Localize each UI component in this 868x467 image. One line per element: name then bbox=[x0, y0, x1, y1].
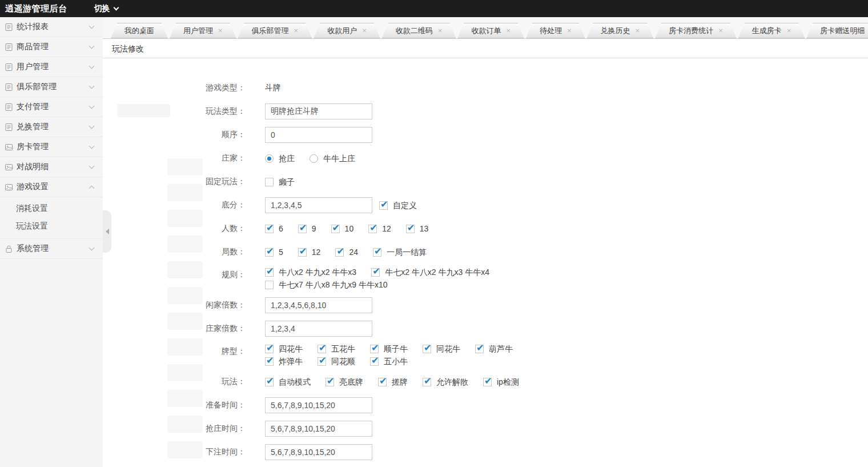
checkbox-box[interactable] bbox=[331, 225, 340, 233]
checkbox-box[interactable] bbox=[370, 357, 379, 366]
banker-multiplier-input[interactable] bbox=[265, 321, 372, 337]
tab-close-icon[interactable]: × bbox=[567, 27, 572, 34]
checkbox-option[interactable]: 自定义 bbox=[379, 201, 417, 210]
checkbox-box[interactable] bbox=[265, 225, 274, 233]
checkbox-option[interactable]: 5 bbox=[265, 248, 283, 257]
checkbox-option[interactable]: 五小牛 bbox=[370, 357, 408, 366]
radio-option[interactable]: 牛牛上庄 bbox=[310, 154, 355, 163]
tab-close-icon[interactable]: × bbox=[362, 27, 367, 34]
checkbox-box[interactable] bbox=[265, 281, 274, 289]
checkbox-option[interactable]: 亮底牌 bbox=[326, 377, 363, 387]
checkbox-option[interactable]: 癞子 bbox=[265, 177, 295, 187]
radio-box[interactable] bbox=[265, 154, 274, 163]
tab-exchange-history[interactable]: 兑换历史× bbox=[587, 23, 654, 38]
checkbox-box[interactable] bbox=[318, 345, 326, 353]
bet-time-input[interactable] bbox=[265, 444, 372, 460]
checkbox-option[interactable]: 五花牛 bbox=[318, 344, 355, 354]
checkbox-option[interactable]: 葫芦牛 bbox=[475, 344, 513, 354]
sidebar-collapse-handle[interactable] bbox=[103, 210, 111, 253]
checkbox-option[interactable]: 牛七x2 牛八x2 牛九x3 牛牛x4 bbox=[371, 268, 489, 277]
sidebar-item-game-settings[interactable]: 游戏设置 bbox=[0, 177, 103, 197]
sidebar-item-exchange-manage[interactable]: 兑换管理 bbox=[0, 117, 103, 137]
checkbox-option[interactable]: 10 bbox=[331, 224, 354, 234]
checkbox-option[interactable]: 同花顺 bbox=[318, 357, 355, 366]
tab-club-manage[interactable]: 俱乐部管理× bbox=[238, 23, 312, 38]
checkbox-option[interactable]: 顺子牛 bbox=[370, 344, 408, 354]
tab-user-manage[interactable]: 用户管理× bbox=[170, 23, 236, 38]
ready-time-input[interactable] bbox=[265, 397, 372, 413]
grab-time-input[interactable] bbox=[265, 421, 372, 437]
checkbox-box[interactable] bbox=[265, 268, 274, 277]
sidebar-item-club-manage[interactable]: 俱乐部管理 bbox=[0, 77, 103, 97]
base-score-input[interactable] bbox=[265, 197, 372, 213]
checkbox-option[interactable]: 搓牌 bbox=[378, 377, 408, 387]
tab-generate-roomcard[interactable]: 生成房卡× bbox=[738, 23, 805, 38]
tab-close-icon[interactable]: × bbox=[636, 27, 640, 34]
checkbox-option[interactable]: 牛七x7 牛八x8 牛九x9 牛牛x10 bbox=[265, 280, 388, 290]
checkbox-option[interactable]: 牛八x2 牛九x2 牛牛x3 bbox=[265, 268, 356, 277]
tab-pending[interactable]: 待处理× bbox=[526, 23, 585, 38]
checkbox-box[interactable] bbox=[483, 378, 492, 386]
tab-payment-order[interactable]: 收款订单× bbox=[457, 23, 524, 38]
checkbox-box[interactable] bbox=[265, 378, 274, 386]
tab-roomcard-gift-details[interactable]: 房卡赠送明细× bbox=[806, 23, 868, 38]
tab-close-icon[interactable]: × bbox=[506, 27, 511, 34]
switch-button[interactable]: 切换 bbox=[94, 3, 118, 14]
checkbox-box[interactable] bbox=[265, 178, 274, 186]
tab-close-icon[interactable]: × bbox=[787, 27, 791, 34]
sidebar-item-roomcard-manage[interactable]: 房卡管理 bbox=[0, 137, 103, 157]
checkbox-option[interactable]: 6 bbox=[265, 224, 283, 234]
tab-my-desktop[interactable]: 我的桌面 bbox=[111, 23, 168, 38]
checkbox-box[interactable] bbox=[371, 268, 380, 277]
checkbox-option[interactable]: 9 bbox=[298, 224, 316, 234]
checkbox-box[interactable] bbox=[475, 345, 484, 353]
checkbox-box[interactable] bbox=[423, 378, 431, 386]
sidebar-item-battle-details[interactable]: 对战明细 bbox=[0, 157, 103, 177]
play-type-input[interactable] bbox=[265, 103, 372, 119]
tab-close-icon[interactable]: × bbox=[218, 27, 223, 34]
checkbox-box[interactable] bbox=[370, 345, 379, 353]
checkbox-box[interactable] bbox=[368, 225, 377, 233]
player-multiplier-input[interactable] bbox=[265, 297, 372, 313]
checkbox-box[interactable] bbox=[298, 225, 307, 233]
checkbox-box[interactable] bbox=[335, 248, 344, 257]
tab-payee-user[interactable]: 收款用户× bbox=[314, 23, 380, 38]
checkbox-box[interactable] bbox=[379, 201, 388, 210]
checkbox-option[interactable]: 24 bbox=[335, 248, 358, 257]
checkbox-option[interactable]: 12 bbox=[298, 248, 321, 257]
checkbox-option[interactable]: 自动模式 bbox=[265, 377, 311, 387]
checkbox-option[interactable]: 13 bbox=[406, 224, 429, 234]
sidebar-subitem-play-settings[interactable]: 玩法设置 bbox=[0, 217, 103, 235]
sidebar-item-user-manage[interactable]: 用户管理 bbox=[0, 57, 103, 77]
sidebar-item-goods-manage[interactable]: 商品管理 bbox=[0, 37, 103, 57]
checkbox-option[interactable]: 炸弹牛 bbox=[265, 357, 303, 366]
tab-close-icon[interactable]: × bbox=[438, 27, 443, 34]
checkbox-option[interactable]: 一局一结算 bbox=[373, 248, 427, 257]
sidebar-item-stats-report[interactable]: 统计报表 bbox=[0, 17, 103, 37]
tab-close-icon[interactable]: × bbox=[294, 27, 299, 34]
checkbox-option[interactable]: 同花牛 bbox=[423, 344, 460, 354]
checkbox-box[interactable] bbox=[265, 357, 274, 366]
checkbox-option[interactable]: 允许解散 bbox=[423, 377, 468, 387]
radio-option[interactable]: 抢庄 bbox=[265, 154, 295, 163]
order-input[interactable] bbox=[265, 127, 372, 143]
checkbox-box[interactable] bbox=[265, 248, 274, 257]
checkbox-box[interactable] bbox=[423, 345, 431, 353]
sidebar-item-system-manage[interactable]: 系统管理 bbox=[0, 239, 103, 259]
checkbox-option[interactable]: 四花牛 bbox=[265, 344, 303, 354]
sidebar-subitem-consume-settings[interactable]: 消耗设置 bbox=[0, 199, 103, 217]
tab-payment-qrcode[interactable]: 收款二维码× bbox=[382, 23, 456, 38]
tab-roomcard-consume-stats[interactable]: 房卡消费统计× bbox=[655, 23, 737, 38]
checkbox-box[interactable] bbox=[326, 378, 334, 386]
checkbox-box[interactable] bbox=[298, 248, 307, 257]
checkbox-box[interactable] bbox=[318, 357, 326, 366]
radio-box[interactable] bbox=[310, 154, 318, 163]
checkbox-box[interactable] bbox=[373, 248, 381, 257]
checkbox-box[interactable] bbox=[265, 345, 274, 353]
checkbox-box[interactable] bbox=[406, 225, 415, 233]
checkbox-box[interactable] bbox=[378, 378, 387, 386]
checkbox-option[interactable]: 12 bbox=[368, 224, 391, 234]
sidebar-item-payment-manage[interactable]: 支付管理 bbox=[0, 97, 103, 117]
tab-close-icon[interactable]: × bbox=[718, 27, 723, 34]
checkbox-option[interactable]: ip检测 bbox=[483, 377, 519, 387]
